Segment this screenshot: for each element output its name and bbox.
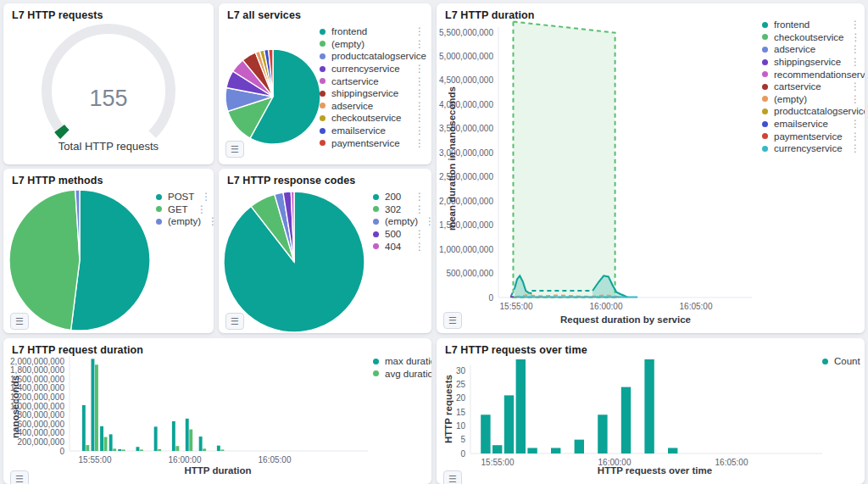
kebab-menu-icon[interactable]: ⋮ (408, 27, 425, 36)
kebab-menu-icon[interactable]: ⋮ (201, 217, 214, 225)
bar-Count[interactable] (575, 440, 584, 453)
kebab-menu-icon[interactable]: ⋮ (190, 205, 207, 214)
bar-max duration[interactable] (172, 421, 175, 451)
legend-item[interactable]: shippingservice⋮ (762, 56, 860, 69)
bar-avg duration[interactable] (140, 449, 143, 451)
kebab-menu-icon[interactable]: ⋮ (408, 114, 425, 122)
kebab-menu-icon[interactable]: ⋮ (843, 82, 860, 91)
legend-toggle-button[interactable]: ☰ (225, 141, 244, 158)
bar-Count[interactable] (481, 414, 490, 453)
bar-max duration[interactable] (217, 446, 220, 451)
kebab-menu-icon[interactable]: ⋮ (843, 120, 860, 128)
legend-item[interactable]: cartservice⋮ (762, 81, 860, 93)
bar-Count[interactable] (527, 448, 537, 453)
kebab-menu-icon[interactable]: ⋮ (843, 58, 860, 66)
kebab-menu-icon[interactable]: ⋮ (408, 64, 425, 73)
legend-item[interactable]: frontend⋮ (320, 25, 425, 38)
kebab-menu-icon[interactable]: ⋮ (408, 77, 425, 86)
kebab-menu-icon[interactable]: ⋮ (408, 40, 425, 48)
kebab-menu-icon[interactable]: ⋮ (408, 89, 425, 97)
kebab-menu-icon[interactable]: ⋮ (408, 139, 425, 147)
pie-slice-POST[interactable] (71, 190, 150, 331)
legend-item[interactable]: checkoutservice⋮ (320, 112, 425, 125)
bar-max duration[interactable] (109, 434, 113, 451)
legend-item[interactable]: cartservice⋮ (320, 75, 425, 87)
bar-max duration[interactable] (100, 426, 103, 451)
bar-avg duration[interactable] (122, 449, 125, 451)
legend-item[interactable]: shippingservice⋮ (320, 87, 425, 100)
requests-over-time-bar-chart[interactable]: 05101520253015:55:0016:00:0016:05:00 (437, 338, 865, 484)
request-duration-bar-chart[interactable]: 0200,000,000400,000,000600,000,000800,00… (3, 338, 431, 484)
kebab-menu-icon[interactable]: ⋮ (843, 95, 860, 103)
kebab-menu-icon[interactable]: ⋮ (426, 52, 431, 60)
kebab-menu-icon[interactable]: ⋮ (843, 144, 860, 153)
legend-toggle-button[interactable]: ☰ (10, 470, 29, 484)
legend-item[interactable]: avg duration (373, 368, 431, 381)
legend-item[interactable]: 302⋮ (373, 203, 425, 216)
bar-avg duration[interactable] (220, 449, 224, 451)
legend-item[interactable]: paymentservice⋮ (320, 136, 425, 149)
bar-avg duration[interactable] (95, 364, 98, 451)
legend-item[interactable]: frontend⋮ (762, 19, 860, 31)
legend-item[interactable]: paymentservice⋮ (762, 130, 860, 142)
legend-item[interactable]: (empty)⋮ (320, 38, 425, 51)
legend-item[interactable]: productcatalogservice⋮ (320, 50, 425, 63)
legend-item[interactable]: adservice⋮ (762, 43, 860, 56)
legend-item[interactable]: currencyservice⋮ (762, 142, 860, 155)
bar-Count[interactable] (668, 448, 677, 453)
legend-toggle-button[interactable]: ☰ (225, 313, 244, 330)
legend-item[interactable]: GET⋮ (156, 203, 207, 216)
bar-Count[interactable] (492, 445, 502, 453)
legend-item[interactable]: 404⋮ (373, 240, 425, 253)
bar-Count[interactable] (644, 359, 654, 453)
kebab-menu-icon[interactable]: ⋮ (408, 192, 425, 201)
bar-max duration[interactable] (118, 449, 121, 451)
bar-max duration[interactable] (82, 405, 86, 451)
legend-item[interactable]: emailservice⋮ (762, 118, 860, 131)
kebab-menu-icon[interactable]: ⋮ (408, 205, 425, 214)
legend-item[interactable]: currencyservice⋮ (320, 63, 425, 75)
bar-max duration[interactable] (136, 447, 140, 451)
bar-avg duration[interactable] (175, 446, 179, 451)
bar-max duration[interactable] (186, 419, 189, 451)
bar-max duration[interactable] (199, 437, 203, 451)
bar-Count[interactable] (621, 387, 631, 453)
legend-item[interactable]: emailservice⋮ (320, 125, 425, 137)
kebab-menu-icon[interactable]: ⋮ (194, 192, 211, 201)
pie-slice-GET[interactable] (9, 190, 80, 330)
bar-Count[interactable] (551, 448, 560, 453)
bar-Count[interactable] (516, 359, 526, 453)
bar-Count[interactable] (598, 414, 607, 453)
bar-avg duration[interactable] (203, 448, 206, 451)
kebab-menu-icon[interactable]: ⋮ (408, 126, 425, 135)
legend-item[interactable]: checkoutservice⋮ (762, 31, 860, 44)
kebab-menu-icon[interactable]: ⋮ (843, 20, 860, 29)
legend-item[interactable]: productcatalogservice⋮ (762, 105, 860, 118)
legend-toggle-button[interactable]: ☰ (443, 312, 462, 329)
legend-item[interactable]: POST⋮ (156, 191, 207, 203)
kebab-menu-icon[interactable]: ⋮ (843, 45, 860, 53)
kebab-menu-icon[interactable]: ⋮ (408, 102, 425, 110)
legend-item[interactable]: Count (822, 355, 860, 368)
legend-item[interactable]: recommendationservice⋮ (762, 68, 860, 81)
legend-item[interactable]: adservice⋮ (320, 100, 425, 113)
bar-max duration[interactable] (92, 359, 95, 451)
bar-max duration[interactable] (154, 426, 158, 451)
kebab-menu-icon[interactable]: ⋮ (408, 242, 425, 251)
bar-avg duration[interactable] (104, 437, 108, 451)
legend-toggle-button[interactable]: ☰ (443, 470, 462, 484)
bar-avg duration[interactable] (86, 445, 89, 451)
legend-item[interactable]: (empty)⋮ (373, 215, 425, 228)
bar-avg duration[interactable] (158, 449, 161, 451)
kebab-menu-icon[interactable]: ⋮ (408, 230, 425, 238)
legend-item[interactable]: (empty)⋮ (762, 93, 860, 106)
bar-avg duration[interactable] (189, 430, 192, 451)
gauge-chart[interactable]: 155 Total HTTP requests (3, 3, 214, 164)
kebab-menu-icon[interactable]: ⋮ (418, 217, 431, 225)
legend-item[interactable]: 500⋮ (373, 228, 425, 241)
bar-Count[interactable] (504, 395, 514, 453)
kebab-menu-icon[interactable]: ⋮ (843, 132, 860, 141)
bar-avg duration[interactable] (113, 448, 116, 451)
legend-item[interactable]: (empty)⋮ (156, 215, 207, 228)
legend-item[interactable]: max duration (373, 355, 431, 368)
